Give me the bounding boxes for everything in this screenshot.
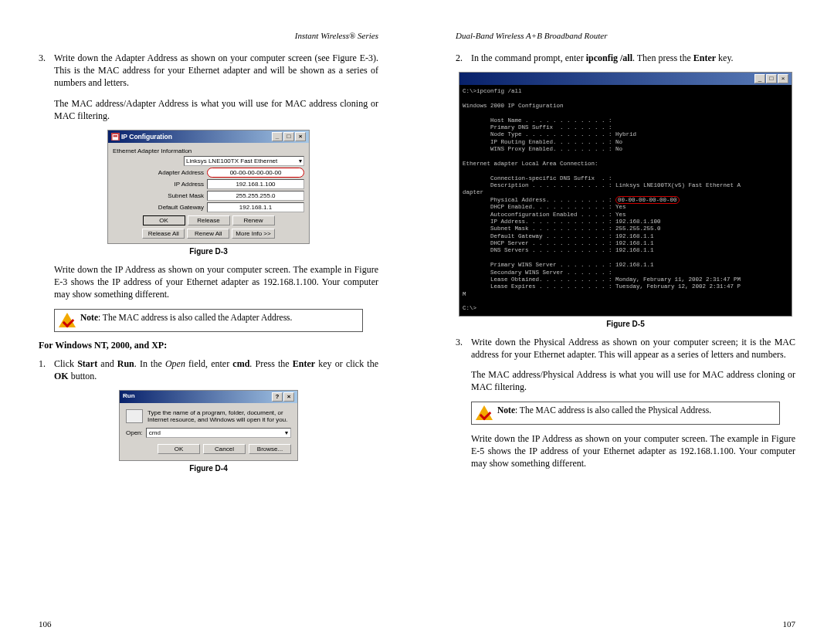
ok-button[interactable]: OK [143, 215, 185, 225]
list-item-1-nt: 1. Click Start and Run. In the Open fiel… [39, 358, 378, 382]
minimize-icon[interactable]: _ [272, 132, 283, 141]
figure-d4-dialog: Run ? × Type the name of a program, fold… [119, 390, 298, 461]
d3-group-label: Ethernet Adapter Information [113, 146, 304, 156]
para-after-right: Write down the IP Address as shown on yo… [471, 432, 795, 470]
close-icon[interactable]: × [295, 132, 306, 141]
page-right: Dual-Band Wireless A+B Broadband Router … [417, 0, 834, 644]
chevron-down-icon: ▾ [299, 158, 302, 164]
d3-ip-label: IP Address [174, 181, 204, 188]
release-all-button[interactable]: Release All [142, 229, 185, 239]
page-number-left: 106 [39, 619, 52, 629]
browse-button[interactable]: Browse... [249, 444, 291, 454]
renew-button[interactable]: Renew [232, 215, 275, 225]
d3-adapter-address-label: Adapter Address [158, 169, 204, 176]
cmd-physical-address: 00-00-00-00-00-00 [615, 196, 680, 204]
note-box-2: Note: The MAC address is also called the… [471, 402, 780, 425]
page-left: Instant Wireless® Series 3. Write down t… [0, 0, 417, 644]
list-item-2-right: 2. In the command prompt, enter ipconfig… [456, 52, 795, 64]
list-item-3-right: 3. Write down the Physical Address as sh… [456, 336, 795, 361]
d3-titlebar: ⬓IP Configuration _ □ × [108, 130, 309, 143]
d3-ip-value: 192.168.1.100 [207, 179, 304, 189]
d3-title-icon: ⬓ [111, 133, 120, 141]
help-icon[interactable]: ? [272, 392, 283, 402]
ok-button[interactable]: OK [158, 444, 200, 454]
para-after-d3: Write down the IP Address as shown on yo… [54, 263, 378, 301]
d3-caption: Figure D-3 [39, 247, 378, 256]
header-right: Dual-Band Wireless A+B Broadband Router [456, 31, 795, 40]
d3-adapter-dropdown[interactable]: Linksys LNE100TX Fast Ethernet▾ [184, 156, 304, 166]
release-button[interactable]: Release [188, 215, 230, 225]
figure-d3-dialog: ⬓IP Configuration _ □ × Ethernet Adapter… [107, 130, 310, 244]
para-mac-use: The MAC address/Adapter Address is what … [54, 97, 378, 122]
run-icon [126, 409, 143, 423]
note-box-1: Note: The MAC address is also called the… [54, 309, 363, 332]
para-mac-use-right: The MAC address/Physical Address is what… [471, 368, 795, 393]
d4-open-field[interactable]: cmd▾ [146, 428, 291, 438]
maximize-icon[interactable]: □ [766, 74, 777, 83]
d5-caption: Figure D-5 [456, 320, 795, 328]
d4-open-label: Open: [126, 429, 143, 436]
cmd-output: C:\>ipconfig /all Windows 2000 IP Config… [459, 85, 792, 316]
d5-titlebar: _ □ × [459, 73, 792, 85]
d4-description: Type the name of a program, folder, docu… [147, 409, 291, 423]
d4-caption: Figure D-4 [39, 464, 378, 473]
cancel-button[interactable]: Cancel [203, 444, 246, 454]
d3-subnet-label: Subnet Mask [168, 192, 204, 199]
d3-subnet-value: 255.255.255.0 [207, 191, 304, 201]
more-info-button[interactable]: More Info >> [232, 229, 274, 239]
maximize-icon[interactable]: □ [283, 132, 294, 141]
d3-gateway-label: Default Gateway [158, 204, 204, 211]
section-winnt: For Windows NT, 2000, and XP: [39, 340, 378, 351]
chevron-down-icon: ▾ [285, 429, 288, 436]
figure-d5-cmd: _ □ × C:\>ipconfig /all Windows 2000 IP … [459, 72, 792, 317]
close-icon[interactable]: × [778, 74, 788, 83]
warning-icon [476, 405, 493, 422]
header-left: Instant Wireless® Series [39, 31, 378, 40]
minimize-icon[interactable]: _ [754, 74, 765, 83]
list-item-3: 3. Write down the Adapter Address as sho… [39, 52, 378, 90]
d3-adapter-address-value: 00-00-00-00-00-00 [207, 168, 304, 178]
page-number-right: 107 [783, 619, 796, 629]
renew-all-button[interactable]: Renew All [187, 229, 229, 239]
d3-gateway-value: 192.168.1.1 [207, 202, 304, 212]
warning-icon [59, 312, 76, 329]
d4-titlebar: Run ? × [120, 391, 297, 403]
close-icon[interactable]: × [283, 392, 294, 402]
